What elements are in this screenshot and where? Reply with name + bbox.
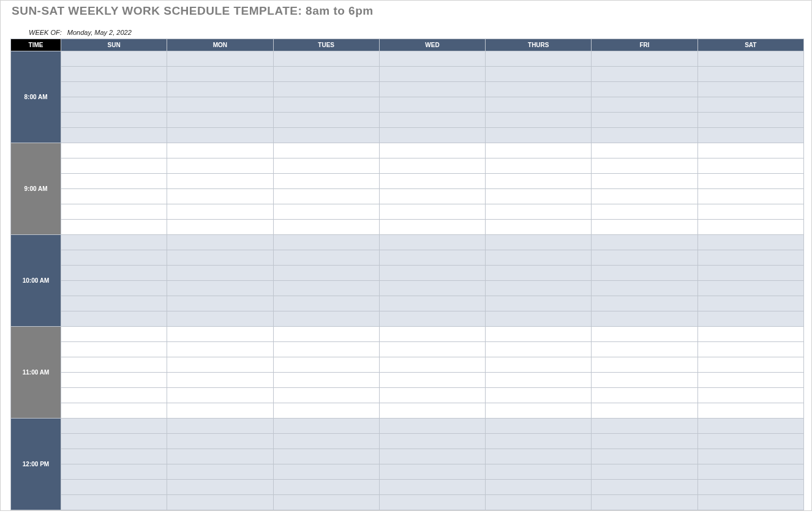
schedule-cell[interactable] — [61, 480, 167, 495]
schedule-cell[interactable] — [592, 434, 697, 449]
schedule-cell[interactable] — [273, 281, 379, 296]
schedule-cell[interactable] — [697, 128, 803, 143]
schedule-cell[interactable] — [592, 174, 697, 189]
schedule-cell[interactable] — [697, 51, 803, 67]
schedule-cell[interactable] — [486, 373, 592, 388]
schedule-cell[interactable] — [273, 403, 379, 419]
schedule-cell[interactable] — [167, 449, 273, 464]
schedule-cell[interactable] — [167, 434, 273, 449]
schedule-cell[interactable] — [167, 480, 273, 495]
schedule-cell[interactable] — [379, 266, 485, 281]
schedule-cell[interactable] — [486, 97, 592, 113]
schedule-cell[interactable] — [61, 97, 167, 113]
schedule-cell[interactable] — [167, 250, 273, 266]
schedule-cell[interactable] — [379, 480, 485, 495]
schedule-cell[interactable] — [592, 204, 697, 220]
schedule-cell[interactable] — [61, 67, 167, 82]
schedule-cell[interactable] — [61, 204, 167, 220]
schedule-cell[interactable] — [697, 464, 803, 480]
schedule-cell[interactable] — [592, 342, 697, 357]
schedule-cell[interactable] — [273, 357, 379, 373]
schedule-cell[interactable] — [379, 82, 485, 97]
schedule-cell[interactable] — [379, 235, 485, 250]
schedule-cell[interactable] — [592, 128, 697, 143]
schedule-cell[interactable] — [486, 235, 592, 250]
schedule-cell[interactable] — [592, 143, 697, 158]
schedule-cell[interactable] — [486, 174, 592, 189]
schedule-cell[interactable] — [61, 189, 167, 204]
schedule-cell[interactable] — [697, 403, 803, 419]
schedule-cell[interactable] — [167, 235, 273, 250]
schedule-cell[interactable] — [592, 189, 697, 204]
schedule-cell[interactable] — [379, 327, 485, 342]
schedule-cell[interactable] — [379, 342, 485, 357]
schedule-cell[interactable] — [273, 128, 379, 143]
schedule-cell[interactable] — [273, 388, 379, 403]
schedule-cell[interactable] — [697, 189, 803, 204]
schedule-cell[interactable] — [61, 113, 167, 128]
schedule-cell[interactable] — [61, 342, 167, 357]
schedule-cell[interactable] — [592, 403, 697, 419]
schedule-cell[interactable] — [273, 296, 379, 311]
schedule-cell[interactable] — [61, 373, 167, 388]
schedule-cell[interactable] — [486, 403, 592, 419]
schedule-cell[interactable] — [61, 357, 167, 373]
schedule-cell[interactable] — [697, 327, 803, 342]
schedule-cell[interactable] — [273, 143, 379, 158]
schedule-cell[interactable] — [486, 311, 592, 327]
schedule-cell[interactable] — [486, 82, 592, 97]
schedule-cell[interactable] — [61, 235, 167, 250]
schedule-cell[interactable] — [167, 281, 273, 296]
schedule-cell[interactable] — [379, 67, 485, 82]
schedule-cell[interactable] — [486, 327, 592, 342]
schedule-cell[interactable] — [61, 434, 167, 449]
schedule-cell[interactable] — [273, 480, 379, 495]
schedule-cell[interactable] — [486, 220, 592, 235]
schedule-cell[interactable] — [486, 204, 592, 220]
schedule-cell[interactable] — [273, 204, 379, 220]
schedule-cell[interactable] — [697, 67, 803, 82]
schedule-cell[interactable] — [167, 113, 273, 128]
schedule-cell[interactable] — [486, 281, 592, 296]
schedule-cell[interactable] — [486, 158, 592, 174]
schedule-cell[interactable] — [697, 357, 803, 373]
schedule-cell[interactable] — [167, 82, 273, 97]
schedule-cell[interactable] — [167, 266, 273, 281]
schedule-cell[interactable] — [61, 158, 167, 174]
schedule-cell[interactable] — [697, 495, 803, 510]
schedule-cell[interactable] — [61, 327, 167, 342]
schedule-cell[interactable] — [592, 419, 697, 434]
schedule-cell[interactable] — [273, 464, 379, 480]
schedule-cell[interactable] — [697, 250, 803, 266]
schedule-cell[interactable] — [61, 281, 167, 296]
schedule-cell[interactable] — [273, 495, 379, 510]
schedule-cell[interactable] — [697, 296, 803, 311]
schedule-cell[interactable] — [379, 373, 485, 388]
schedule-cell[interactable] — [486, 480, 592, 495]
schedule-cell[interactable] — [61, 388, 167, 403]
schedule-cell[interactable] — [273, 419, 379, 434]
schedule-cell[interactable] — [592, 449, 697, 464]
schedule-cell[interactable] — [486, 342, 592, 357]
schedule-cell[interactable] — [592, 480, 697, 495]
schedule-cell[interactable] — [61, 174, 167, 189]
schedule-cell[interactable] — [592, 250, 697, 266]
schedule-cell[interactable] — [486, 449, 592, 464]
schedule-cell[interactable] — [273, 67, 379, 82]
schedule-cell[interactable] — [273, 327, 379, 342]
schedule-cell[interactable] — [167, 143, 273, 158]
schedule-cell[interactable] — [697, 220, 803, 235]
schedule-cell[interactable] — [697, 143, 803, 158]
schedule-cell[interactable] — [592, 357, 697, 373]
schedule-cell[interactable] — [486, 51, 592, 67]
schedule-cell[interactable] — [379, 403, 485, 419]
schedule-cell[interactable] — [697, 174, 803, 189]
schedule-cell[interactable] — [486, 388, 592, 403]
schedule-cell[interactable] — [273, 174, 379, 189]
schedule-cell[interactable] — [379, 189, 485, 204]
schedule-cell[interactable] — [486, 67, 592, 82]
schedule-cell[interactable] — [379, 158, 485, 174]
schedule-cell[interactable] — [592, 296, 697, 311]
schedule-cell[interactable] — [273, 220, 379, 235]
schedule-cell[interactable] — [61, 403, 167, 419]
